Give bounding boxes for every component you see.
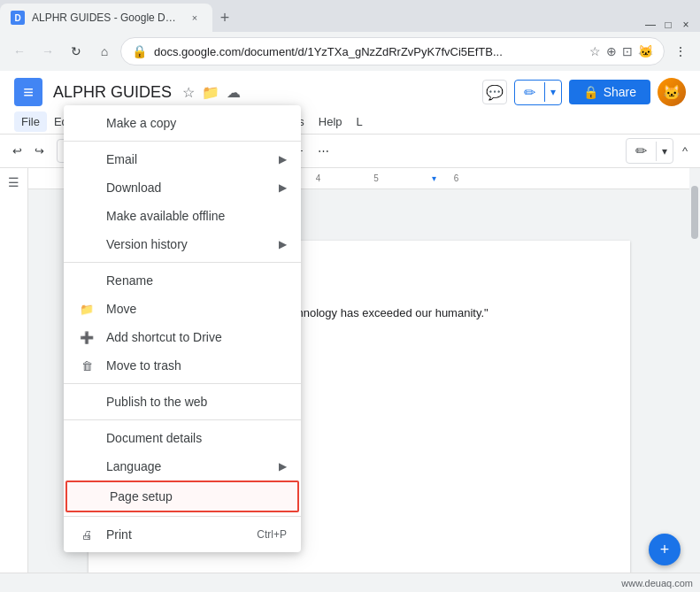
menu-item-add-shortcut[interactable]: ➕ Add shortcut to Drive (64, 323, 301, 351)
add-shortcut-icon: ➕ (78, 328, 96, 346)
make-copy-label: Make a copy (106, 116, 287, 130)
file-dropdown-menu: Make a copy Email ▶ Download ▶ Make avai… (64, 105, 301, 552)
print-shortcut: Ctrl+P (257, 528, 287, 541)
email-label: Email (106, 152, 268, 166)
email-arrow-icon: ▶ (279, 153, 287, 165)
language-label: Language (106, 459, 268, 473)
offline-icon (78, 207, 96, 225)
menu-item-rename[interactable]: Rename (64, 266, 301, 295)
doc-details-label: Document details (106, 431, 287, 445)
page-setup-label: Page setup (110, 489, 283, 504)
menu-item-email[interactable]: Email ▶ (64, 145, 301, 173)
move-label: Move (106, 302, 287, 316)
menu-divider-2 (64, 262, 301, 263)
menu-divider-1 (64, 141, 301, 142)
publish-icon (78, 393, 96, 411)
menu-divider-4 (64, 419, 301, 420)
download-arrow-icon: ▶ (279, 181, 287, 194)
menu-item-move[interactable]: 📁 Move (64, 295, 301, 323)
trash-icon: 🗑 (78, 357, 96, 374)
menu-divider-3 (64, 383, 301, 384)
download-icon (78, 179, 96, 196)
version-history-icon (78, 235, 96, 253)
add-shortcut-label: Add shortcut to Drive (106, 330, 287, 344)
language-arrow-icon: ▶ (279, 460, 287, 473)
menu-item-doc-details[interactable]: Document details (64, 424, 301, 452)
menu-item-download[interactable]: Download ▶ (64, 173, 301, 202)
menu-item-version-history[interactable]: Version history ▶ (64, 230, 301, 258)
doc-details-icon (78, 429, 96, 447)
print-icon: 🖨 (78, 526, 96, 543)
menu-item-language[interactable]: Language ▶ (64, 452, 301, 481)
email-icon (78, 150, 96, 168)
menu-item-print[interactable]: 🖨 Print Ctrl+P (64, 520, 301, 549)
download-label: Download (106, 181, 268, 195)
make-copy-icon (78, 114, 96, 132)
menu-item-offline[interactable]: Make available offline (64, 202, 301, 230)
move-trash-label: Move to trash (106, 358, 287, 373)
menu-item-page-setup[interactable]: Page setup (65, 481, 299, 512)
offline-label: Make available offline (106, 209, 287, 223)
version-history-label: Version history (106, 237, 268, 251)
menu-item-make-copy[interactable]: Make a copy (64, 109, 301, 137)
rename-icon (78, 272, 96, 289)
rename-label: Rename (106, 273, 287, 288)
browser-frame: D ALPHR GUIDES - Google Docs × + — □ × ←… (0, 0, 700, 592)
dropdown-overlay: Make a copy Email ▶ Download ▶ Make avai… (0, 0, 700, 592)
language-icon (78, 457, 96, 475)
menu-item-move-trash[interactable]: 🗑 Move to trash (64, 351, 301, 380)
print-label: Print (106, 527, 246, 542)
version-history-arrow-icon: ▶ (279, 238, 287, 250)
publish-label: Publish to the web (106, 395, 287, 409)
menu-divider-5 (64, 516, 301, 517)
menu-item-publish[interactable]: Publish to the web (64, 388, 301, 416)
page-setup-icon (81, 488, 99, 505)
move-icon: 📁 (78, 300, 96, 318)
